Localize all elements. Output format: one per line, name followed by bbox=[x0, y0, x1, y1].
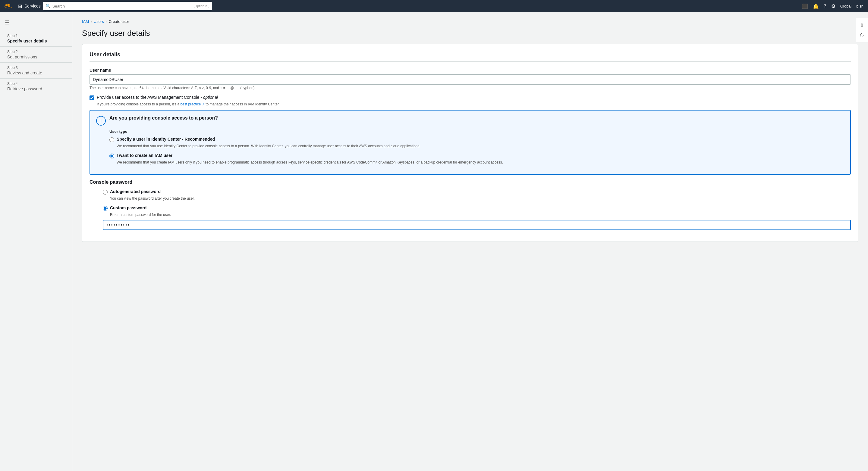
radio-iam-input[interactable] bbox=[110, 154, 114, 159]
services-nav[interactable]: Services bbox=[24, 4, 41, 8]
step-3-title: Review and create bbox=[7, 70, 65, 75]
console-sub-hint: If you're providing console access to a … bbox=[97, 102, 851, 106]
info-circle-icon: i bbox=[96, 116, 106, 126]
username-hint: The user name can have up to 64 characte… bbox=[90, 86, 851, 90]
radio-identity-input[interactable] bbox=[110, 137, 114, 142]
breadcrumb-iam[interactable]: IAM bbox=[82, 19, 89, 24]
help-icon[interactable]: ? bbox=[824, 3, 827, 9]
grid-icon[interactable]: ⊞ bbox=[18, 3, 22, 9]
step-item-3[interactable]: Step 3 Review and create bbox=[0, 63, 72, 78]
radio-autogen-option: Autogenerated password You can view the … bbox=[103, 189, 851, 201]
breadcrumb-users[interactable]: Users bbox=[94, 19, 104, 24]
user-details-card: User details User name The user name can… bbox=[82, 44, 858, 242]
info-panel-icon[interactable]: ℹ bbox=[858, 21, 866, 29]
step-1-number: Step 1 bbox=[7, 34, 65, 38]
best-practice-link[interactable]: best practice ↗ bbox=[180, 102, 204, 106]
sidebar: ☰ Step 1 Specify user details Step 2 Set… bbox=[0, 12, 72, 471]
bell-icon[interactable]: 🔔 bbox=[813, 3, 819, 9]
radio-custom-desc: Enter a custom password for the user. bbox=[110, 212, 851, 217]
radio-identity-row: Specify a user in Identity Center - Reco… bbox=[110, 137, 844, 142]
app-layout: ☰ Step 1 Specify user details Step 2 Set… bbox=[0, 12, 868, 471]
top-nav: ⊞ Services 🔍 [Option+S] ⬛ 🔔 ? ⚙ Global b… bbox=[0, 0, 868, 12]
right-panel-icons: ℹ ⏱ bbox=[856, 18, 868, 42]
user-type-label: User type bbox=[110, 129, 844, 134]
external-link-icon: ↗ bbox=[202, 102, 205, 106]
radio-custom-option: Custom password Enter a custom password … bbox=[103, 205, 851, 230]
console-label-text: Provide user access to the AWS Managemen… bbox=[97, 95, 203, 100]
info-box-header: i Are you providing console access to a … bbox=[96, 115, 844, 126]
console-access-label[interactable]: Provide user access to the AWS Managemen… bbox=[97, 95, 218, 100]
password-input[interactable] bbox=[103, 220, 851, 230]
search-bar: 🔍 [Option+S] bbox=[43, 2, 212, 10]
page-title: Specify user details bbox=[82, 29, 858, 38]
step-item-1[interactable]: Step 1 Specify user details bbox=[0, 31, 72, 47]
radio-custom-row: Custom password bbox=[103, 205, 851, 211]
hamburger-icon[interactable]: ☰ bbox=[0, 17, 72, 28]
history-icon[interactable]: ⏱ bbox=[858, 31, 866, 40]
username-group: User name The user name can have up to 6… bbox=[90, 68, 851, 90]
step-3-number: Step 3 bbox=[7, 66, 65, 70]
radio-iam-option: I want to create an IAM user We recommen… bbox=[110, 153, 844, 165]
services-label: Services bbox=[24, 4, 41, 8]
console-password-section-label: Console password bbox=[90, 179, 851, 185]
breadcrumb: IAM › Users › Create user bbox=[82, 19, 858, 24]
radio-custom-input[interactable] bbox=[103, 206, 107, 211]
user-label[interactable]: bishi bbox=[856, 4, 864, 8]
radio-autogen-input[interactable] bbox=[103, 190, 107, 195]
nav-right: ⬛ 🔔 ? ⚙ Global bishi bbox=[802, 3, 864, 9]
console-access-checkbox[interactable] bbox=[90, 96, 94, 100]
breadcrumb-sep-1: › bbox=[91, 20, 92, 24]
radio-identity-label[interactable]: Specify a user in Identity Center - Reco… bbox=[117, 137, 215, 141]
step-2-number: Step 2 bbox=[7, 50, 65, 54]
breadcrumb-current: Create user bbox=[108, 19, 129, 24]
search-icon: 🔍 bbox=[45, 4, 51, 8]
radio-autogen-desc: You can view the password after you crea… bbox=[110, 196, 851, 201]
settings-icon[interactable]: ⚙ bbox=[831, 3, 835, 9]
console-label-italic: optional bbox=[203, 95, 218, 100]
step-item-4[interactable]: Step 4 Retrieve password bbox=[0, 78, 72, 94]
radio-identity-option: Specify a user in Identity Center - Reco… bbox=[110, 137, 844, 149]
radio-autogen-row: Autogenerated password bbox=[103, 189, 851, 195]
card-title: User details bbox=[90, 52, 851, 62]
username-input[interactable] bbox=[90, 74, 851, 85]
info-box: i Are you providing console access to a … bbox=[90, 110, 851, 175]
step-item-2[interactable]: Step 2 Set permissions bbox=[0, 47, 72, 63]
breadcrumb-sep-2: › bbox=[106, 20, 107, 24]
radio-iam-row: I want to create an IAM user bbox=[110, 153, 844, 159]
main-content: IAM › Users › Create user Specify user d… bbox=[72, 12, 868, 471]
search-input[interactable] bbox=[53, 4, 192, 8]
radio-autogen-label[interactable]: Autogenerated password bbox=[110, 189, 161, 194]
radio-custom-label[interactable]: Custom password bbox=[110, 205, 147, 210]
aws-logo-icon bbox=[4, 2, 14, 10]
console-access-row: Provide user access to the AWS Managemen… bbox=[90, 95, 851, 100]
global-label[interactable]: Global bbox=[840, 4, 852, 8]
step-list: Step 1 Specify user details Step 2 Set p… bbox=[0, 28, 72, 97]
info-question-text: Are you providing console access to a pe… bbox=[110, 115, 218, 121]
terminal-icon[interactable]: ⬛ bbox=[802, 3, 808, 9]
radio-identity-desc: We recommend that you use Identity Cente… bbox=[117, 143, 844, 149]
radio-iam-label[interactable]: I want to create an IAM user bbox=[117, 153, 173, 158]
step-1-title: Specify user details bbox=[7, 38, 65, 43]
step-2-title: Set permissions bbox=[7, 55, 65, 59]
step-4-number: Step 4 bbox=[7, 81, 65, 86]
username-label: User name bbox=[90, 68, 851, 73]
step-4-title: Retrieve password bbox=[7, 87, 65, 91]
search-shortcut: [Option+S] bbox=[193, 4, 209, 8]
radio-iam-desc: We recommend that you create IAM users o… bbox=[117, 160, 844, 165]
